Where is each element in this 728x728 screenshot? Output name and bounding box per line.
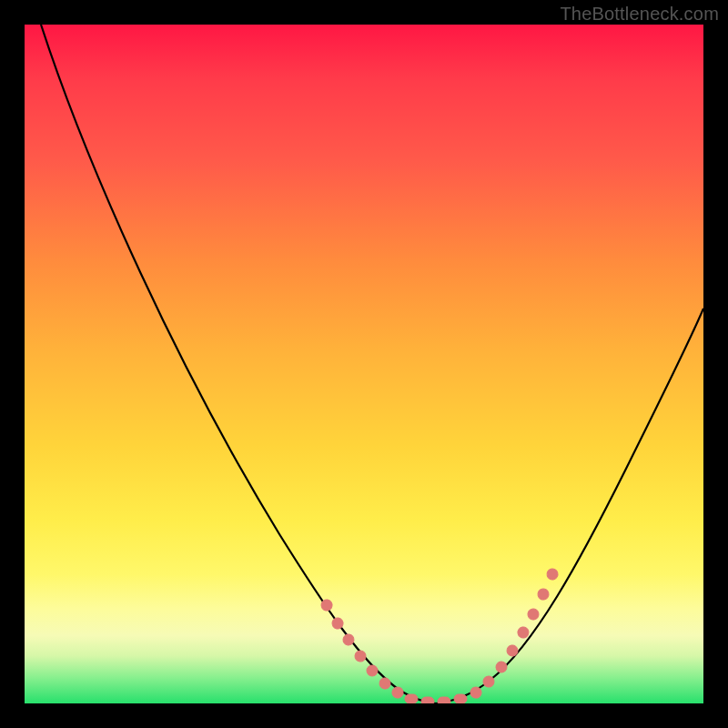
bead-icon bbox=[505, 643, 521, 659]
bead-icon bbox=[390, 685, 405, 700]
bead-icon bbox=[494, 660, 510, 675]
curve-left-branch bbox=[41, 25, 436, 703]
bead-icon bbox=[378, 676, 393, 692]
chart-stage: TheBottleneck.com bbox=[0, 0, 728, 728]
bead-icon bbox=[405, 694, 418, 703]
bead-icon bbox=[365, 663, 380, 679]
beads-right-group bbox=[469, 567, 560, 700]
curve-layer bbox=[25, 25, 703, 703]
bead-icon bbox=[454, 694, 467, 703]
bead-icon bbox=[526, 607, 541, 622]
bead-icon bbox=[536, 587, 551, 602]
plot-area bbox=[25, 25, 703, 703]
bead-icon bbox=[438, 697, 450, 703]
bead-icon bbox=[545, 567, 560, 581]
bead-icon bbox=[353, 649, 369, 664]
watermark-text: TheBottleneck.com bbox=[560, 4, 719, 25]
beads-bottom-group bbox=[405, 694, 467, 703]
bead-icon bbox=[421, 697, 434, 703]
curve-right-branch bbox=[436, 308, 703, 703]
